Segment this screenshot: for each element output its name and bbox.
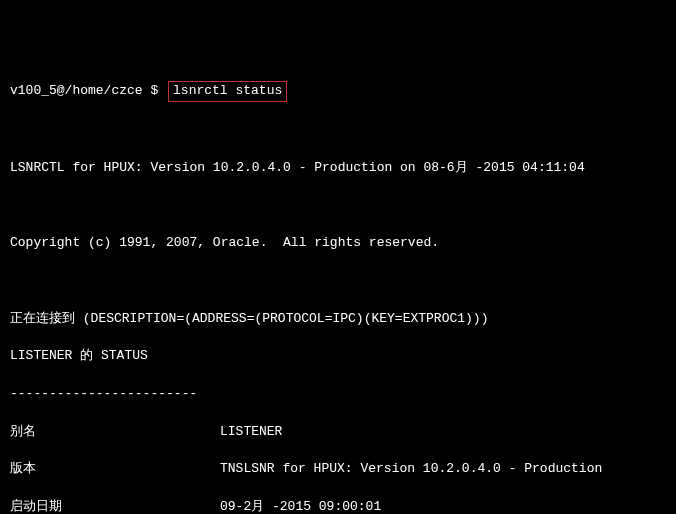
prompt-line: v100_5@/home/czce $ lsnrctl status <box>10 81 666 102</box>
blank-line <box>10 272 666 291</box>
version-label: 版本 <box>10 460 220 479</box>
command-input[interactable]: lsnrctl status <box>168 81 287 102</box>
startdate-value: 09-2月 -2015 09:00:01 <box>220 498 381 514</box>
prompt-path: v100_5@/home/czce $ <box>10 82 158 101</box>
alias-label: 别名 <box>10 423 220 442</box>
copyright-line: Copyright (c) 1991, 2007, Oracle. All ri… <box>10 234 666 253</box>
version-value: TNSLSNR for HPUX: Version 10.2.0.4.0 - P… <box>220 460 602 479</box>
header-line: LSNRCTL for HPUX: Version 10.2.0.4.0 - P… <box>10 159 666 178</box>
status-version: 版本TNSLSNR for HPUX: Version 10.2.0.4.0 -… <box>10 460 666 479</box>
status-startdate: 启动日期09-2月 -2015 09:00:01 <box>10 498 666 514</box>
blank-line <box>10 121 666 140</box>
separator: ------------------------ <box>10 385 666 404</box>
connecting-line: 正在连接到 (DESCRIPTION=(ADDRESS=(PROTOCOL=IP… <box>10 310 666 329</box>
startdate-label: 启动日期 <box>10 498 220 514</box>
blank-line <box>10 196 666 215</box>
alias-value: LISTENER <box>220 423 282 442</box>
status-title: LISTENER 的 STATUS <box>10 347 666 366</box>
status-alias: 别名LISTENER <box>10 423 666 442</box>
